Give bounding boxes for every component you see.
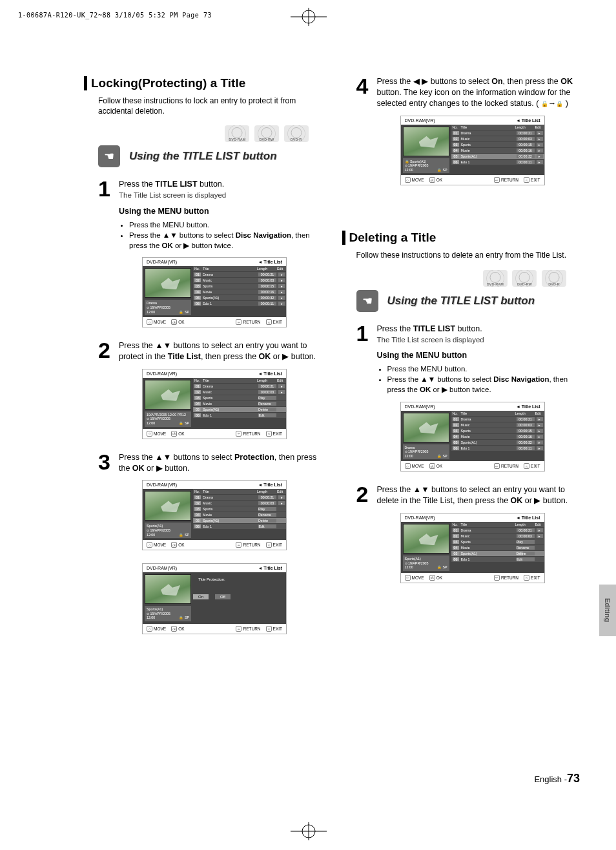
screen-step1: DVD-RAM(VR)Title List Drama ⊙ 19/APR/200… (142, 257, 287, 327)
side-tab: Editing (599, 585, 616, 636)
menu-bullet-1: Press the MENU button. (129, 220, 323, 230)
hand-icon: ☚ (98, 145, 120, 167)
using-heading-2: Using the TITLE LIST button (387, 295, 535, 307)
del-step-2-body: Press the ▲▼ buttons to select an entry … (377, 484, 581, 506)
disc-row: DVD-RAM DVD-RW DVD-R (84, 125, 309, 143)
screen-step4: DVD-RAM(VR)Title List 🔒 Sports(A1) ⊙ 19/… (400, 116, 545, 186)
disc-rw-icon: DVD-RW (512, 270, 537, 287)
step-4-body: Press the ◀ ▶ buttons to select On, then… (377, 76, 581, 109)
step-2-body: Press the ▲▼ buttons to select an entry … (119, 340, 323, 362)
page-footer: English -73 (534, 772, 580, 785)
lock-section-title: Locking(Protecting) a Title (84, 76, 323, 90)
disc-r-icon: DVD-R (542, 270, 566, 287)
delete-section-title: Deleting a Title (342, 231, 581, 245)
menu-heading-2: Using the MENU button (377, 350, 581, 361)
screen-del-1: DVD-RAM(VR)Title List Drama ⊙ 19/APR/200… (400, 402, 545, 472)
cropmark-bottom-icon (283, 822, 334, 842)
step-3-body: Press the ▲▼ buttons to select Protectio… (119, 452, 323, 474)
cropmark-top-icon (283, 8, 334, 28)
print-header: 1-00687A-R120-UK_72~88 3/10/05 5:32 PM P… (18, 12, 212, 19)
menu-heading: Using the MENU button (119, 206, 323, 217)
del-step-2-num: 2 (356, 484, 373, 506)
disc-ram-icon: DVD-RAM (225, 125, 249, 142)
disc-r-icon: DVD-R (284, 125, 309, 142)
disc-rw-icon: DVD-RW (254, 125, 279, 142)
disc-ram-icon: DVD-RAM (483, 270, 508, 287)
using-heading: Using the TITLE LIST button (129, 150, 277, 163)
step-1-num: 1 (98, 179, 115, 251)
menu-bullet-2: Press the ▲▼ buttons to select Disc Navi… (129, 230, 323, 251)
hand-icon: ☚ (356, 290, 378, 312)
lock-icon: 🔒 (556, 101, 563, 107)
screen-del-2: DVD-RAM(VR)Title List Sports(A1) ⊙ 19/AP… (400, 513, 545, 583)
screen-step3a: DVD-RAM(VR)Title List Sports(A1) ⊙ 19/AP… (142, 480, 287, 550)
lock-intro: Follow these instructions to lock an ent… (98, 96, 323, 116)
step-1-body: Press the TITLE LIST button. The Title L… (119, 179, 323, 251)
disc-row-2: DVD-RAM DVD-RW DVD-R (342, 270, 567, 287)
menu-bullet-2b: Press the ▲▼ buttons to select Disc Navi… (387, 374, 581, 395)
right-column: 4 Press the ◀ ▶ buttons to select On, th… (342, 76, 581, 647)
del-step-1-body: Press the TITLE LIST button. The Title L… (377, 324, 581, 395)
unlock-icon: 🔓 (541, 101, 548, 107)
delete-intro: Follow these instructions to delete an e… (356, 250, 581, 260)
step-2-num: 2 (98, 340, 115, 362)
del-step-1-num: 1 (356, 324, 373, 395)
screen-step2: DVD-RAM(VR)Title List 19/APR/2005 12:00 … (142, 369, 287, 439)
left-column: Locking(Protecting) a Title Follow these… (84, 76, 323, 647)
menu-bullet-1b: Press the MENU button. (387, 364, 581, 374)
step-4-num: 4 (356, 76, 373, 109)
step-3-num: 3 (98, 452, 115, 474)
screen-step3b: DVD-RAM(VR)Title List Sports(A1) ⊙ 19/AP… (142, 563, 287, 634)
